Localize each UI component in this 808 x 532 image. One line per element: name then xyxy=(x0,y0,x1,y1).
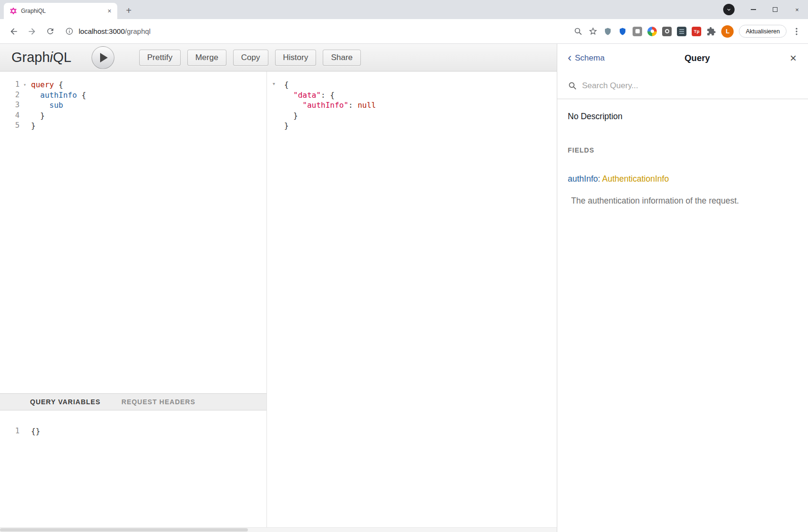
window-minimize-button[interactable] xyxy=(742,0,764,19)
fold-arrow-icon[interactable]: ▾ xyxy=(273,81,275,86)
graphiql-app: GraphiQL Prettify Merge Copy History Sha… xyxy=(0,44,808,532)
window-close-button[interactable]: × xyxy=(786,0,808,19)
doc-fields-header: FIELDS xyxy=(568,146,798,154)
response-pane: ▾ { "data": { "authInfo": null }} xyxy=(267,72,557,527)
browser-window: GraphiQL × + × localhost:3000/graphql xyxy=(0,0,808,532)
minimize-icon xyxy=(751,9,756,10)
fold-arrow-icon[interactable]: ▾ xyxy=(23,80,26,90)
copy-button[interactable]: Copy xyxy=(233,50,268,66)
share-button[interactable]: Share xyxy=(323,50,360,66)
search-icon xyxy=(568,81,577,91)
horizontal-scrollbar xyxy=(0,527,557,532)
extension-bars-icon xyxy=(679,29,684,34)
tab-strip: GraphiQL × + × xyxy=(0,0,808,19)
tab-request-headers[interactable]: REQUEST HEADERS xyxy=(122,398,195,406)
tab-query-variables[interactable]: QUERY VARIABLES xyxy=(30,398,101,406)
graphiql-logo: GraphiQL xyxy=(11,50,72,65)
tabstrip-right: × xyxy=(723,0,808,19)
graphql-favicon-icon xyxy=(10,7,17,15)
doc-no-description: No Description xyxy=(568,112,798,122)
doc-explorer-header: ‹Schema Query × xyxy=(557,44,808,72)
field-type-link[interactable]: AuthenticationInfo xyxy=(602,174,669,184)
variables-editor[interactable]: 1 {} xyxy=(0,410,266,527)
doc-back-label: Schema xyxy=(575,53,604,63)
extension-icon-gray-square[interactable] xyxy=(633,27,642,36)
line-number: 5 xyxy=(0,121,27,131)
extensions-puzzle-icon[interactable] xyxy=(706,27,716,36)
line-number: 1 xyxy=(0,426,27,437)
history-button[interactable]: History xyxy=(275,50,317,66)
chevron-left-icon: ‹ xyxy=(568,52,572,63)
extension-glyph xyxy=(635,29,640,33)
tp-label: Tp xyxy=(694,29,700,34)
scrollbar-thumb[interactable] xyxy=(0,528,248,532)
browser-menu-icon[interactable] xyxy=(792,27,801,36)
doc-explorer-panel: ‹Schema Query × No Description FIELDS au… xyxy=(557,44,808,532)
maximize-icon xyxy=(773,7,777,12)
query-pane: 1▾ 2 3 4 5 query { authInfo { sub }} QUE… xyxy=(0,72,267,527)
field-separator: : xyxy=(598,174,600,184)
graphiql-toolbar: GraphiQL Prettify Merge Copy History Sha… xyxy=(0,44,557,72)
tab-close-icon[interactable]: × xyxy=(105,7,113,15)
bookmark-star-icon[interactable] xyxy=(588,27,598,36)
graphiql-main: GraphiQL Prettify Merge Copy History Sha… xyxy=(0,44,557,532)
field-description: The authentication information of the re… xyxy=(571,196,798,206)
back-button[interactable] xyxy=(6,23,22,40)
url-path: /graphql xyxy=(125,27,151,35)
query-editor[interactable]: 1▾ 2 3 4 5 query { authInfo { sub }} xyxy=(0,72,266,393)
line-number: 1▾ xyxy=(0,80,27,90)
extension-icon-tampermonkey[interactable]: Tp xyxy=(692,27,701,36)
tab-title: GraphiQL xyxy=(21,8,102,14)
profile-avatar[interactable]: L xyxy=(721,25,734,38)
query-code[interactable]: query { authInfo { sub }} xyxy=(27,80,266,393)
extension-icon-camera[interactable] xyxy=(662,27,672,36)
doc-search-bar xyxy=(557,72,808,99)
reload-button[interactable] xyxy=(42,23,58,40)
line-number: 4 xyxy=(0,111,27,121)
browser-update-button[interactable]: Aktualisieren xyxy=(739,25,787,38)
url-text: localhost:3000/graphql xyxy=(79,27,151,35)
play-icon xyxy=(100,53,108,62)
line-number: 2 xyxy=(0,90,27,101)
camera-lens-icon xyxy=(665,29,669,33)
doc-body: No Description FIELDS authInfo: Authenti… xyxy=(557,99,808,206)
url-bar[interactable]: localhost:3000/graphql xyxy=(60,23,573,40)
line-numbers-gutter: 1▾ 2 3 4 5 xyxy=(0,80,27,393)
doc-field-row: authInfo: AuthenticationInfo xyxy=(568,174,798,184)
new-tab-button[interactable]: + xyxy=(122,4,135,17)
toolbar-buttons: Prettify Merge Copy History Share xyxy=(139,50,361,66)
url-host: localhost:3000 xyxy=(79,27,125,35)
doc-search-input[interactable] xyxy=(582,81,798,91)
address-bar-actions: Tp L Aktualisieren xyxy=(573,25,803,38)
field-name-link[interactable]: authInfo xyxy=(568,174,598,184)
variables-title-bar: QUERY VARIABLES REQUEST HEADERS xyxy=(0,393,266,410)
response-json: { "data": { "authInfo": null }} xyxy=(284,80,557,131)
doc-back-button[interactable]: ‹Schema xyxy=(568,53,604,63)
extension-icon-pinwheel[interactable] xyxy=(647,27,657,36)
extension-icon-shield-gray[interactable] xyxy=(603,27,613,36)
page-info-icon[interactable] xyxy=(65,27,74,36)
doc-title: Query xyxy=(604,53,790,63)
window-maximize-button[interactable] xyxy=(764,0,786,19)
merge-button[interactable]: Merge xyxy=(187,50,226,66)
extension-icon-dark[interactable] xyxy=(677,27,686,36)
doc-close-icon[interactable]: × xyxy=(790,52,797,64)
browser-status-badge[interactable] xyxy=(723,4,735,15)
workspace: 1▾ 2 3 4 5 query { authInfo { sub }} QUE… xyxy=(0,72,557,527)
browser-tab[interactable]: GraphiQL × xyxy=(4,3,117,19)
prettify-button[interactable]: Prettify xyxy=(139,50,181,66)
forward-button[interactable] xyxy=(24,23,40,40)
variables-line-numbers-gutter: 1 xyxy=(0,426,27,527)
line-number: 3 xyxy=(0,100,27,111)
address-bar: localhost:3000/graphql Tp L A xyxy=(0,19,808,44)
execute-query-button[interactable] xyxy=(92,46,114,69)
extension-icon-shield-blue[interactable] xyxy=(618,27,627,36)
variables-code[interactable]: {} xyxy=(27,426,266,527)
zoom-icon[interactable] xyxy=(573,27,583,36)
